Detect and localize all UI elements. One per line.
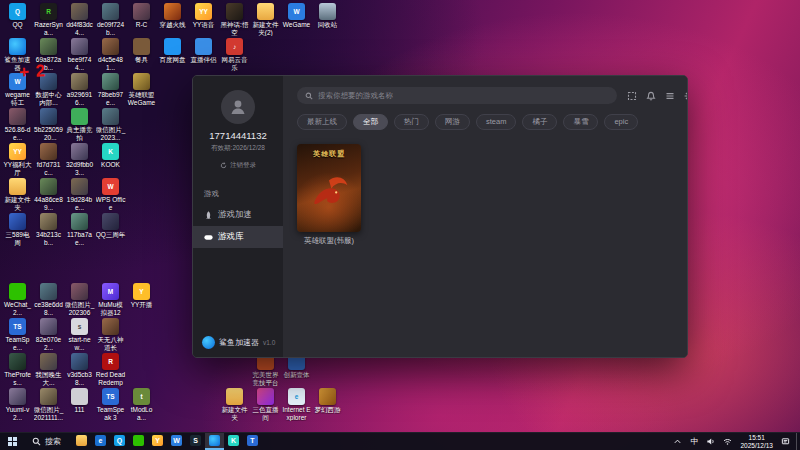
taskbar-app-button[interactable]: K (224, 433, 243, 450)
desktop-icon[interactable]: bee9f744... (64, 37, 95, 72)
desktop-icon[interactable]: 梦幻西游 (312, 387, 343, 422)
logout-button[interactable]: 注销登录 (193, 161, 283, 170)
desktop-icon[interactable]: Yuumi-v2... (2, 387, 33, 422)
desktop-icon[interactable]: 111 (64, 387, 95, 422)
desktop-icon[interactable]: 回收站 (312, 2, 343, 37)
chevron-up-icon[interactable] (673, 437, 682, 446)
taskbar-app-button[interactable]: e (91, 433, 110, 450)
desktop-icon[interactable]: 微信图片_2023... (95, 107, 126, 142)
sidebar-item-game-library[interactable]: 游戏库 (193, 226, 283, 248)
desktop-icon[interactable]: 44a86ce89... (33, 177, 64, 212)
taskbar-app-button[interactable]: T (243, 433, 262, 450)
game-search-bar[interactable] (297, 87, 617, 104)
search-input[interactable] (318, 91, 609, 100)
show-desktop-button[interactable] (796, 433, 800, 450)
desktop-icon[interactable]: dd4f83dc4... (64, 2, 95, 37)
desktop-icon[interactable]: 19d284be... (64, 177, 95, 212)
sidebar-item-game-boost[interactable]: 游戏加速 (193, 204, 283, 226)
desktop-icon[interactable]: TS TeamSpe... (2, 317, 33, 352)
window-header (283, 76, 688, 111)
desktop-icon[interactable]: 32d9fbb03... (64, 142, 95, 177)
desktop-icon[interactable]: 百度网盘 (157, 37, 188, 72)
filter-tab[interactable]: steam (476, 114, 516, 130)
desktop-icon[interactable]: Y YY开播 (126, 282, 157, 317)
desktop-icon[interactable]: 黑神话:悟空 (219, 2, 250, 37)
desktop-icon-image (319, 3, 336, 20)
filter-tab[interactable]: 全部 (353, 114, 388, 130)
desktop-icon[interactable]: R-C (126, 2, 157, 37)
desktop-icon[interactable]: 天无八神道长 (95, 317, 126, 352)
desktop-icon[interactable]: 三色直播间 (250, 387, 281, 422)
desktop-icon[interactable]: 117ba7ae... (64, 212, 95, 247)
settings-icon[interactable] (684, 91, 688, 101)
desktop-icon[interactable]: 78beb97e... (95, 72, 126, 107)
desktop-icon[interactable]: 典主播竞拍 (64, 107, 95, 142)
desktop-icon[interactable]: YY YY语音 (188, 2, 219, 37)
desktop-icon[interactable]: s start-new... (64, 317, 95, 352)
desktop-icon[interactable]: 新建文件夹 (2, 177, 33, 212)
desktop-icon-label: 微信图片_2023060... (65, 301, 95, 316)
taskbar-app-button[interactable] (205, 433, 224, 450)
desktop-icon-label: 梦幻西游 (313, 406, 343, 414)
desktop-icon[interactable]: a9296916... (64, 72, 95, 107)
game-card[interactable]: 英雄联盟 英雄联盟(韩服) (297, 144, 361, 351)
desktop-icon[interactable]: 82e070e2... (33, 317, 64, 352)
desktop-icon[interactable]: 5b225059_20... (33, 107, 64, 142)
desktop-icon[interactable]: fd7d731c... (33, 142, 64, 177)
desktop-icon[interactable]: TheProfes... (2, 352, 33, 387)
filter-tab[interactable]: 橘子 (522, 114, 557, 130)
desktop-icon[interactable]: 微信图片_2023060... (64, 282, 95, 317)
desktop-icon[interactable]: 餐具 (126, 37, 157, 72)
desktop-icon[interactable]: 新建文件夹 (219, 387, 250, 422)
desktop-icon[interactable]: t tModLoa... (126, 387, 157, 422)
desktop-icon[interactable]: M MuMu模拟器12 (95, 282, 126, 317)
taskbar-search[interactable]: 搜索 (24, 433, 69, 450)
start-button[interactable] (0, 433, 24, 450)
filter-tab[interactable]: 网游 (435, 114, 470, 130)
desktop-icon[interactable]: e Internet Explorer (281, 387, 312, 422)
taskbar-app-button[interactable] (129, 433, 148, 450)
desktop-icon[interactable]: R RazerSyna... (33, 2, 64, 37)
desktop-icon[interactable]: 新建文件夹(2) (250, 2, 281, 37)
network-icon[interactable] (723, 437, 732, 446)
desktop-icon[interactable]: ce38e6dd8... (33, 282, 64, 317)
desktop-icon[interactable]: 直播伴侣 (188, 37, 219, 72)
taskbar-app-button[interactable]: W (167, 433, 186, 450)
desktop-icon[interactable]: R Red Dead Redempt... (95, 352, 126, 387)
desktop-icon[interactable]: W WPS Office (95, 177, 126, 212)
filter-tab[interactable]: 最新上线 (297, 114, 347, 130)
desktop-icon[interactable]: v3d5cb38... (64, 352, 95, 387)
desktop-icon[interactable]: Q QQ (2, 2, 33, 37)
taskbar-clock[interactable]: 15:51 2025/12/13 (740, 434, 773, 449)
desktop-icon[interactable]: ♪ 网易云音乐 (219, 37, 250, 72)
action-center-icon[interactable] (781, 437, 790, 446)
desktop-icon[interactable]: 微信图片_2021111... (33, 387, 64, 422)
filter-tab[interactable]: 热门 (394, 114, 429, 130)
desktop-icon[interactable]: 英雄联盟WeGame (126, 72, 157, 107)
desktop-icon[interactable]: 三589电周 (2, 212, 33, 247)
desktop-icon[interactable]: de09f724b... (95, 2, 126, 37)
desktop-icon[interactable]: TS TeamSpeak 3 (95, 387, 126, 422)
desktop-icon[interactable]: K KOOK (95, 142, 126, 177)
desktop-icon[interactable]: YY YY福利大厅 (2, 142, 33, 177)
capture-icon[interactable] (627, 91, 637, 101)
desktop-icon[interactable]: d4c5e481... (95, 37, 126, 72)
filter-tab[interactable]: 暴雪 (563, 114, 598, 130)
ime-indicator[interactable]: 中 (690, 436, 698, 447)
desktop-icon[interactable]: 34b213cb... (33, 212, 64, 247)
desktop-icon[interactable]: WeChat_2... (2, 282, 33, 317)
desktop-icon[interactable]: 526.86-de... (2, 107, 33, 142)
taskbar-app-button[interactable]: Y (148, 433, 167, 450)
taskbar-app-button[interactable]: Q (110, 433, 129, 450)
volume-icon[interactable] (706, 437, 715, 446)
filter-tab[interactable]: epic (604, 114, 638, 130)
taskbar-app-button[interactable]: S (186, 433, 205, 450)
desktop-icon[interactable]: 我国晚生大... (33, 352, 64, 387)
desktop-icon-image (102, 73, 119, 90)
notification-icon[interactable] (646, 91, 656, 101)
desktop-icon[interactable]: W WeGame (281, 2, 312, 37)
desktop-icon[interactable]: QQ三周年 (95, 212, 126, 247)
desktop-icon[interactable]: 穿越火线 (157, 2, 188, 37)
taskbar-app-button[interactable] (72, 433, 91, 450)
menu-icon[interactable] (665, 91, 675, 101)
